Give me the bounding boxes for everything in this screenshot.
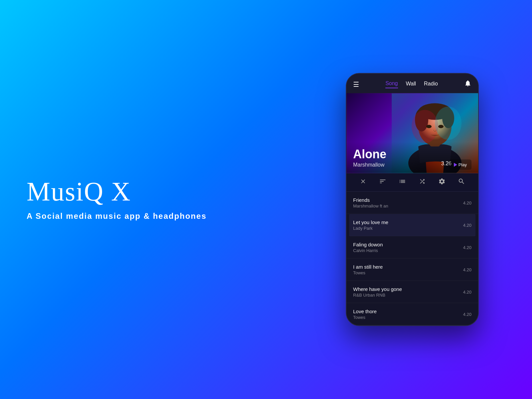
sort-icon[interactable] xyxy=(378,178,388,187)
song-artist-4: Towes xyxy=(353,270,383,275)
song-title-6: Love thore xyxy=(353,309,377,314)
play-button[interactable]: Play xyxy=(449,160,471,170)
shuffle-icon[interactable] xyxy=(417,178,427,187)
song-duration-1: 4.20 xyxy=(463,200,471,205)
phone-wrapper: ☰ Song Wall Radio xyxy=(346,73,479,326)
hero-song-title: Alone xyxy=(353,147,471,161)
song-artist-5: R&B Urban RNB xyxy=(353,293,402,298)
song-item-6[interactable]: Love thore Towes 4.20 xyxy=(346,303,478,326)
svg-point-9 xyxy=(426,125,432,128)
search-icon[interactable] xyxy=(457,178,466,187)
song-artist-6: Towes xyxy=(353,315,377,320)
tab-radio[interactable]: Radio xyxy=(424,80,438,88)
song-title-5: Where have you gone xyxy=(353,286,402,292)
close-icon[interactable] xyxy=(358,178,368,187)
song-info-5: Where have you gone R&B Urban RNB xyxy=(353,286,402,298)
song-item-4[interactable]: I am still here Towes 4.20 xyxy=(346,259,478,281)
song-item-5[interactable]: Where have you gone R&B Urban RNB 4.20 xyxy=(346,281,478,303)
song-duration-4: 4.20 xyxy=(463,267,471,272)
song-title-2: Let you love me xyxy=(353,219,388,225)
song-duration-6: 4.20 xyxy=(463,312,471,317)
settings-icon[interactable] xyxy=(437,178,447,187)
play-triangle-icon xyxy=(454,163,457,167)
tab-wall[interactable]: Wall xyxy=(406,80,416,88)
song-title-3: Faling dowon xyxy=(353,242,383,247)
song-title-4: I am still here xyxy=(353,264,383,270)
list-icon[interactable] xyxy=(397,178,407,187)
song-item-2[interactable]: Let you love me Lady Park 4.20 xyxy=(349,214,475,236)
app-tagline: A Social media music app & headphones xyxy=(27,211,206,221)
play-label: Play xyxy=(459,162,467,167)
song-list: Friends Marshmallow ft an 4.20 Let you l… xyxy=(346,192,478,326)
song-duration-5: 4.20 xyxy=(463,289,471,294)
song-info-3: Faling dowon Calvin Harris xyxy=(353,242,383,253)
hero-section: Alone Marshmallow 3.26 Play xyxy=(346,93,478,173)
song-artist-1: Marshmallow ft an xyxy=(353,203,388,208)
bell-icon[interactable] xyxy=(464,80,471,89)
song-title-1: Friends xyxy=(353,197,388,203)
tab-song[interactable]: Song xyxy=(385,80,398,88)
song-duration-3: 4.20 xyxy=(463,245,471,250)
nav-bar: ☰ Song Wall Radio xyxy=(346,74,478,93)
song-info-4: I am still here Towes xyxy=(353,264,383,275)
song-artist-3: Calvin Harris xyxy=(353,248,383,253)
song-info-1: Friends Marshmallow ft an xyxy=(353,197,388,208)
song-artist-2: Lady Park xyxy=(353,226,388,231)
song-info-2: Let you love me Lady Park xyxy=(353,219,388,231)
nav-tabs: Song Wall Radio xyxy=(385,80,438,88)
svg-point-10 xyxy=(438,125,444,128)
menu-icon[interactable]: ☰ xyxy=(353,80,359,88)
song-item-3[interactable]: Faling dowon Calvin Harris 4.20 xyxy=(346,236,478,259)
song-info-6: Love thore Towes xyxy=(353,309,377,320)
phone-mockup: ☰ Song Wall Radio xyxy=(346,73,479,326)
app-logo: MusiQ X xyxy=(27,178,206,205)
song-duration-2: 4.20 xyxy=(463,222,471,227)
branding-section: MusiQ X A Social media music app & headp… xyxy=(27,178,206,221)
toolbar xyxy=(346,173,478,192)
svg-point-7 xyxy=(412,110,438,143)
song-item-1[interactable]: Friends Marshmallow ft an 4.20 xyxy=(346,192,478,214)
